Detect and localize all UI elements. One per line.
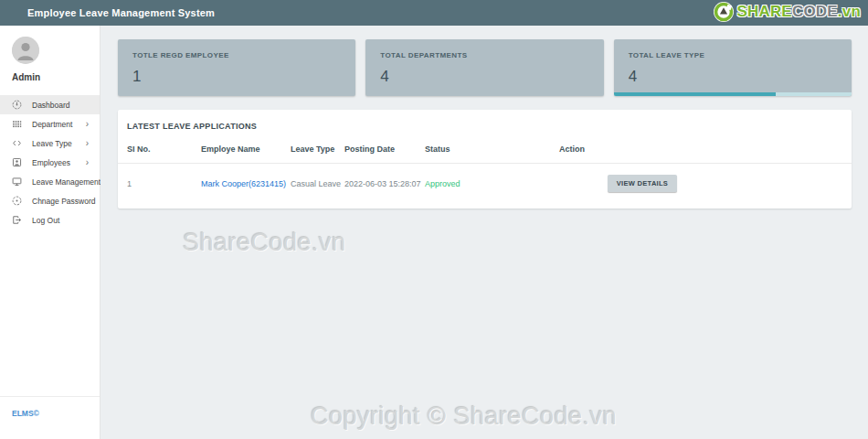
cell-leave-type: Casual Leave xyxy=(291,179,344,188)
avatar xyxy=(12,37,39,64)
code-brackets-icon xyxy=(11,137,24,150)
table-row: 1 Mark Cooper(6231415) Casual Leave 2022… xyxy=(118,164,852,195)
sidebar-divider xyxy=(0,396,100,397)
leave-type-progress-fill xyxy=(614,92,776,96)
logo-text-vn: .vn xyxy=(838,3,861,20)
sidebar-item-leave-management[interactable]: Leave Management › xyxy=(0,172,100,191)
stat-card-total-departments: TOTAL DEPARTMENTS 4 xyxy=(365,39,603,96)
main-content: TOTLE REGD EMPLOYEE 1 TOTAL DEPARTMENTS … xyxy=(101,26,868,439)
employee-card-icon xyxy=(11,156,24,169)
logo-text-share: SHARE xyxy=(736,3,792,20)
cell-action: VIEW DETAILS xyxy=(559,175,842,192)
column-header-action: Action xyxy=(559,145,842,154)
stat-cards-row: TOTLE REGD EMPLOYEE 1 TOTAL DEPARTMENTS … xyxy=(118,39,852,96)
sidebar: Admin Dashboard xyxy=(0,26,101,439)
view-details-button[interactable]: VIEW DETAILS xyxy=(608,175,677,192)
logo-text-code: CODE xyxy=(792,3,838,20)
sidebar-item-label: Dashboard xyxy=(32,101,70,110)
sidebar-item-change-password[interactable]: Chnage Password xyxy=(0,191,100,210)
employee-name-link[interactable]: Mark Cooper(6231415) xyxy=(201,179,291,188)
sidebar-item-label: Leave Type xyxy=(32,139,72,148)
sidebar-item-logout[interactable]: Log Out xyxy=(0,210,100,230)
sharecode-logo-icon xyxy=(713,1,735,23)
watermark-center: ShareCode.vn xyxy=(183,229,346,257)
chevron-right-icon: › xyxy=(86,158,89,167)
dashed-circle-icon xyxy=(11,195,24,208)
topbar: Employee Leave Management System SHARECO… xyxy=(0,0,868,26)
monitor-icon xyxy=(11,176,24,188)
sidebar-item-dashboard[interactable]: Dashboard xyxy=(0,95,100,114)
sidebar-menu: Dashboard Department › xyxy=(0,95,100,230)
user-name: Admin xyxy=(12,72,88,82)
table-header-row: SI No. Employe Name Leave Type Posting D… xyxy=(118,145,852,164)
stat-label: TOTAL DEPARTMENTS xyxy=(365,39,603,59)
stat-value: 1 xyxy=(118,59,355,86)
column-header-posting-date: Posting Date xyxy=(344,145,425,154)
sidebar-footer-brand: ELMS© xyxy=(12,409,39,418)
sidebar-item-label: Leave Management xyxy=(32,177,101,187)
latest-leave-applications-card: LATEST LEAVE APPLICATIONS SI No. Employe… xyxy=(118,110,852,209)
sidebar-item-department[interactable]: Department › xyxy=(0,114,100,134)
sidebar-item-leave-type[interactable]: Leave Type › xyxy=(0,134,100,153)
status-badge: Approved xyxy=(425,179,559,188)
chevron-right-icon: › xyxy=(86,139,89,148)
table-title: LATEST LEAVE APPLICATIONS xyxy=(118,110,852,131)
sharecode-logo[interactable]: SHARECODE.vn xyxy=(713,1,861,23)
person-icon xyxy=(12,37,39,64)
sidebar-item-label: Department xyxy=(32,120,72,129)
app-title: Employee Leave Management System xyxy=(27,7,215,18)
sidebar-item-label: Chnage Password xyxy=(32,197,95,206)
stat-label: TOTAL LEAVE TYPE xyxy=(614,39,852,59)
stat-card-total-leave-types: TOTAL LEAVE TYPE 4 xyxy=(614,39,852,96)
stat-label: TOTLE REGD EMPLOYEE xyxy=(118,39,355,59)
column-header-employee: Employe Name xyxy=(201,145,291,154)
dashboard-icon xyxy=(11,99,24,112)
column-header-sl-no: SI No. xyxy=(127,145,201,154)
sidebar-item-employees[interactable]: Employees › xyxy=(0,153,100,172)
column-header-status: Status xyxy=(425,145,559,154)
sidebar-item-label: Log Out xyxy=(32,216,59,225)
profile-block: Admin xyxy=(0,26,100,95)
logout-icon xyxy=(11,214,24,227)
cell-sl-no: 1 xyxy=(127,179,201,188)
progress-track xyxy=(614,92,852,96)
department-grid-icon xyxy=(11,118,24,131)
stat-card-total-employees: TOTLE REGD EMPLOYEE 1 xyxy=(118,39,355,96)
stat-value: 4 xyxy=(365,59,603,86)
chevron-right-icon: › xyxy=(86,120,89,129)
column-header-leave-type: Leave Type xyxy=(291,145,344,154)
sidebar-item-label: Employees xyxy=(32,158,70,167)
watermark-copyright: Copyright © ShareCode.vn xyxy=(311,402,617,431)
cell-posting-date: 2022-06-03 15:28:07 xyxy=(344,179,425,188)
stat-value: 4 xyxy=(614,59,852,86)
